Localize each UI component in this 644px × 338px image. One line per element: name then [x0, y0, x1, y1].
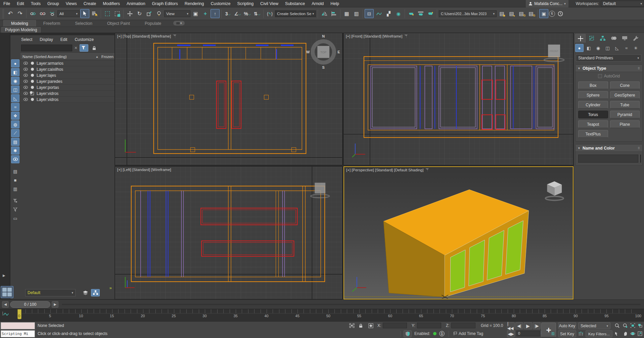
layer-row[interactable]: Layer:caixilhos — [20, 66, 114, 72]
explorer-column-header[interactable]: Name (Sorted Ascending) ▲ Frozen — [20, 53, 114, 60]
primitive-button[interactable]: TextPlus — [578, 130, 608, 138]
visibility-eye-icon[interactable] — [23, 98, 28, 101]
zoom-button[interactable] — [613, 322, 621, 329]
viewport-label-text[interactable]: [+] [Top] [Standard] [Wireframe] — [117, 34, 171, 38]
menu-item[interactable]: Create — [80, 1, 100, 6]
unlink-selection-icon[interactable] — [38, 9, 47, 18]
tab-display[interactable] — [619, 34, 630, 43]
maxscript-mini-listener[interactable]: Scripting Mi — [1, 330, 35, 337]
primitive-button[interactable]: Cone — [610, 81, 640, 89]
absolute-mode-toggle[interactable] — [367, 322, 375, 329]
display-geometry-button[interactable]: ◧ — [11, 68, 19, 76]
primitive-button[interactable]: Torus — [578, 111, 608, 118]
category-lights[interactable]: ◉ — [594, 44, 602, 52]
primitive-button[interactable]: Plane — [610, 120, 640, 128]
display-all-button[interactable]: ● — [11, 59, 19, 67]
import-scene-button[interactable]: ▤✱ — [497, 9, 506, 18]
layer-row[interactable]: Layer:vidros — [20, 91, 114, 97]
workspace-dropdown[interactable]: Default ▾ — [601, 1, 644, 7]
display-cameras-button[interactable]: ◫ — [11, 86, 19, 94]
select-by-name-button[interactable] — [90, 9, 99, 18]
ribbon-tab[interactable]: Modeling — [3, 20, 36, 26]
ribbon-media-button[interactable]: ▾ — [173, 21, 185, 25]
toggle-ribbon-button[interactable]: ⊟ — [365, 9, 374, 18]
viewport-top[interactable]: [+] [Top] [Standard] [Wireframe] — [115, 33, 342, 165]
layer-row[interactable]: Layer:vidros — [20, 97, 114, 103]
undo-button[interactable]: ↶ — [6, 9, 15, 18]
primitive-button[interactable]: GeoSphere — [610, 91, 640, 99]
display-bones-button[interactable]: ⟋ — [11, 129, 19, 137]
layer-hierarchy-button[interactable] — [91, 289, 100, 296]
bind-to-spacewarp-icon[interactable] — [48, 9, 57, 18]
category-geometry[interactable]: ● — [575, 44, 584, 52]
next-frame-button[interactable]: ▶ — [52, 301, 58, 308]
primitive-button[interactable]: Sphere — [578, 91, 608, 99]
explorer-menu-item[interactable]: Display — [40, 37, 53, 42]
display-containers-button[interactable]: ▤ — [11, 138, 19, 146]
align-button[interactable] — [329, 9, 338, 18]
menu-item[interactable]: Civil View — [257, 1, 282, 6]
viewport-label-front[interactable]: [+] [Front] [Standard] [Wireframe] — [346, 34, 408, 38]
display-hidden-button[interactable] — [11, 155, 19, 163]
select-object-button[interactable] — [80, 9, 89, 18]
object-name-input[interactable] — [578, 155, 638, 163]
add-time-tag[interactable]: Add Time Tag — [459, 331, 483, 336]
rollout-grip-icon[interactable]: ⠿ — [638, 147, 640, 150]
key-filters-button[interactable]: Key Filters... — [586, 330, 612, 337]
next-key-button[interactable]: |▶ — [533, 322, 541, 329]
visibility-eye-icon[interactable] — [23, 68, 28, 71]
schematic-view-button[interactable]: ▞ — [384, 9, 393, 18]
category-shapes[interactable]: ◧ — [585, 44, 593, 52]
menu-item[interactable]: Tools — [28, 1, 44, 6]
autogrid-checkbox[interactable] — [598, 74, 602, 78]
z-coordinate-field[interactable] — [451, 323, 475, 328]
layer-row[interactable]: Layer:lajes — [20, 72, 114, 78]
dock-expand-arrow[interactable]: ▶ — [3, 274, 5, 277]
curve-editor-button[interactable] — [374, 9, 383, 18]
time-slider-handle[interactable]: 0 / 100 — [10, 301, 50, 308]
explorer-menu-item[interactable]: Edit — [60, 37, 67, 42]
tab-motion[interactable] — [608, 34, 619, 43]
named-selection-sets-dropdown[interactable]: Create Selection Se▾ — [275, 10, 316, 17]
toggle-layer-explorer-button[interactable]: ▥ — [352, 9, 361, 18]
display-spacewarps-button[interactable]: ≈ — [11, 103, 19, 111]
redo-button[interactable]: ↷ — [15, 9, 25, 18]
filter-settings-button[interactable] — [11, 197, 19, 205]
auto-key-button[interactable]: Auto Key — [558, 322, 576, 329]
hierarchy-view-button[interactable]: ▥ — [11, 185, 19, 193]
rectangular-selection-region-button[interactable] — [103, 9, 112, 18]
object-color-swatch[interactable] — [640, 155, 641, 163]
viewport-layout-tab[interactable] — [1, 286, 13, 298]
pan-hand-button[interactable] — [621, 330, 629, 337]
viewport-perspective[interactable]: [+] [Perspective] [Standard] [Default Sh… — [343, 166, 573, 299]
layer-row[interactable]: Layer:paredes — [20, 78, 114, 84]
spinner-snap-toggle[interactable]: ⇅◡ — [252, 9, 262, 18]
display-particles-button[interactable]: ✱ — [11, 147, 19, 155]
link-file-button[interactable]: ▤➜ — [507, 9, 516, 18]
select-and-place-button[interactable] — [154, 9, 164, 18]
viewport-label-perspective[interactable]: [+] [Perspective] [Standard] [Default Sh… — [346, 168, 429, 172]
name-color-header[interactable]: ▼ Name and Color ⠿ — [576, 145, 642, 152]
mirror-button[interactable] — [320, 9, 329, 18]
viewport-label-top[interactable]: [+] [Top] [Standard] [Wireframe] — [117, 34, 177, 38]
selection-lock-toggle[interactable] — [357, 322, 365, 329]
polygon-modeling-panel[interactable]: Polygon Modeling — [1, 27, 41, 33]
layer-stack-button[interactable] — [81, 289, 90, 296]
notification-badge[interactable]: 6 — [549, 11, 555, 17]
menu-item[interactable]: Group — [44, 1, 62, 6]
overflow-chevrons[interactable]: » — [109, 285, 112, 290]
container-button[interactable]: ▭ — [11, 214, 19, 222]
zoom-all-button[interactable] — [621, 322, 629, 329]
menu-item[interactable]: Views — [62, 1, 80, 6]
link-autocad-button[interactable]: ▤⧉ — [526, 9, 536, 18]
viewport-label-text[interactable]: [+] [Front] [Standard] [Wireframe] — [346, 34, 402, 38]
zoom-extents-button[interactable] — [629, 322, 637, 329]
toolbar-grip[interactable] — [2, 9, 4, 18]
tab-utilities[interactable] — [631, 34, 641, 43]
tab-modify[interactable] — [586, 34, 597, 43]
save-workspace-button[interactable]: ▣ — [539, 9, 548, 18]
explorer-lock-button[interactable] — [90, 44, 98, 52]
animation-shield-button[interactable] — [404, 330, 412, 337]
viewport-left[interactable]: [+] [Left] [Standard] [Wireframe] — [115, 166, 342, 299]
render-setup-button[interactable] — [407, 9, 416, 18]
